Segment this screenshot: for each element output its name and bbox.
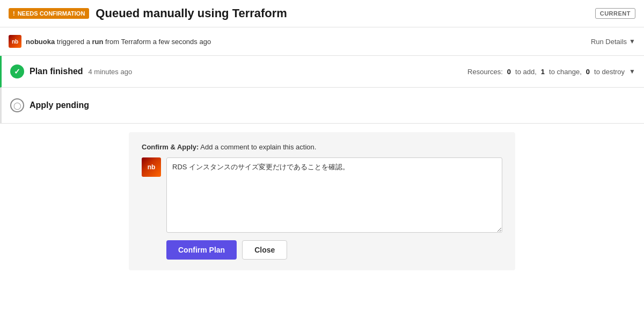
run-info-row: nb nobuoka triggered a run from Terrafor… [0, 27, 644, 56]
chevron-down-icon-plan: ▼ [629, 68, 635, 75]
clock-icon: ◯ [10, 98, 24, 112]
run-details-label: Run Details [591, 38, 627, 46]
plan-row: ✓ Plan finished 4 minutes ago Resources:… [0, 56, 644, 88]
add-label: to add, [515, 68, 537, 76]
page-title: Queued manually using Terraform [96, 6, 588, 20]
current-badge: CURRENT [595, 8, 635, 19]
confirm-comment-textarea[interactable] [166, 157, 502, 233]
close-button[interactable]: Close [242, 240, 287, 260]
confirm-header-desc: Add a comment to explain this action. [200, 143, 316, 151]
confirm-avatar: nb [142, 157, 161, 177]
apply-row: ◯ Apply pending [0, 88, 644, 124]
confirm-panel: Confirm & Apply: Add a comment to explai… [129, 132, 515, 270]
confirm-header: Confirm & Apply: Add a comment to explai… [142, 143, 502, 151]
change-label: to change, [549, 68, 582, 76]
run-word: run [92, 38, 104, 46]
run-info-text: nobuoka triggered a run from Terraform a… [26, 38, 211, 46]
confirm-header-label: Confirm & Apply: [142, 143, 199, 151]
needs-confirmation-badge: ! NEEDS CONFIRMATION [9, 8, 89, 19]
confirm-plan-button[interactable]: Confirm Plan [166, 240, 237, 260]
from-text: from Terraform a few seconds ago [104, 38, 211, 46]
destroy-count: 0 [586, 68, 590, 76]
add-count: 0 [507, 68, 511, 76]
username: nobuoka [26, 38, 55, 46]
plan-title: Plan finished [30, 67, 83, 76]
confirm-actions: Confirm Plan Close [142, 240, 502, 260]
run-info-left: nb nobuoka triggered a run from Terrafor… [9, 35, 211, 48]
resources-label: Resources: [467, 68, 503, 76]
plan-left: ✓ Plan finished 4 minutes ago [10, 64, 132, 78]
trigger-text: triggered a [55, 38, 92, 46]
plan-time: 4 minutes ago [88, 68, 132, 76]
avatar: nb [9, 35, 21, 48]
exclamation-icon: ! [13, 10, 15, 17]
apply-title: Apply pending [30, 100, 89, 110]
confirm-body: nb [142, 157, 502, 233]
run-details-link[interactable]: Run Details ▼ [591, 38, 635, 46]
page-header: ! NEEDS CONFIRMATION Queued manually usi… [0, 0, 644, 27]
chevron-down-icon: ▼ [629, 38, 635, 45]
badge-label: NEEDS CONFIRMATION [18, 10, 85, 17]
plan-resources: Resources: 0 to add, 1 to change, 0 to d… [467, 68, 635, 76]
change-count: 1 [541, 68, 545, 76]
plan-success-icon: ✓ [10, 64, 24, 78]
destroy-label: to destroy [594, 68, 625, 76]
